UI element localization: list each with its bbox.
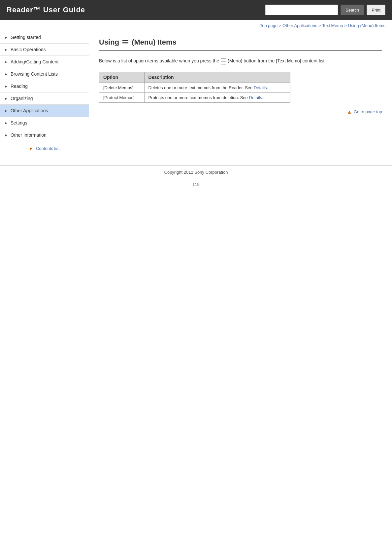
arrow-icon: ► xyxy=(5,72,8,76)
arrow-icon: ► xyxy=(5,121,8,125)
details-link-protect[interactable]: Details xyxy=(249,95,262,100)
sidebar-item-settings[interactable]: ► Settings xyxy=(0,117,89,129)
sidebar-item-label: Other Applications xyxy=(11,108,48,113)
table-cell-option: [Protect Memos] xyxy=(99,93,145,103)
sidebar-item-label: Organizing xyxy=(11,96,33,101)
print-button[interactable]: Print xyxy=(367,5,385,15)
arrow-icon: ► xyxy=(5,48,8,52)
arrow-icon: ► xyxy=(5,85,8,88)
search-button[interactable]: Search xyxy=(341,5,364,15)
table-row: [Protect Memos] Protects one or more tex… xyxy=(99,93,290,103)
sidebar-item-getting-started[interactable]: ► Getting started xyxy=(0,31,89,44)
arrow-right-icon: ► xyxy=(29,146,33,151)
arrow-icon: ► xyxy=(5,109,8,113)
sidebar-item-basic-operations[interactable]: ► Basic Operations xyxy=(0,44,89,56)
contents-list-label: Contents list xyxy=(36,146,60,151)
sidebar-item-other-applications[interactable]: ► Other Applications xyxy=(0,105,89,117)
sidebar-item-reading[interactable]: ► Reading xyxy=(0,80,89,92)
breadcrumb-current[interactable]: Using (Menu) Items xyxy=(348,23,385,28)
arrow-icon: ► xyxy=(5,60,8,64)
triangle-up-icon xyxy=(348,111,351,114)
header-controls: Search Print xyxy=(265,5,385,15)
breadcrumb-top-page[interactable]: Top page xyxy=(260,23,278,28)
page-number: 119 xyxy=(0,179,392,190)
intro-text: Below is a list of option items availabl… xyxy=(99,57,382,65)
breadcrumb-separator: > xyxy=(279,23,282,28)
arrow-icon: ► xyxy=(5,36,8,39)
footer: Copyright 2012 Sony Corporation xyxy=(0,165,392,179)
sidebar-item-label: Basic Operations xyxy=(11,47,46,52)
go-to-top-label: Go to page top xyxy=(354,109,382,114)
sidebar-item-adding-getting-content[interactable]: ► Adding/Getting Content xyxy=(0,56,89,68)
sidebar-item-label: Adding/Getting Content xyxy=(11,59,59,64)
sidebar-item-label: Browsing Content Lists xyxy=(11,71,58,77)
sidebar-item-browsing-content-lists[interactable]: ► Browsing Content Lists xyxy=(0,68,89,80)
arrow-icon: ► xyxy=(5,133,8,137)
breadcrumb-separator: > xyxy=(344,23,348,28)
inline-menu-icon xyxy=(221,57,226,65)
table-cell-description: Deletes one or more text memos from the … xyxy=(144,83,290,93)
sidebar-item-organizing[interactable]: ► Organizing xyxy=(0,92,89,105)
sidebar-item-label: Reading xyxy=(11,84,28,89)
sidebar-item-label: Other Information xyxy=(11,132,47,138)
sidebar: ► Getting started ► Basic Operations ► A… xyxy=(0,31,89,162)
table-header-option: Option xyxy=(99,72,145,83)
go-to-top-link[interactable]: Go to page top xyxy=(348,109,382,114)
arrow-icon: ► xyxy=(5,97,8,100)
content-area: Using (Menu) Items Below is a list of op… xyxy=(89,31,392,131)
breadcrumb-other-applications[interactable]: Other Applications xyxy=(282,23,317,28)
breadcrumb-text-memo[interactable]: Text Memo xyxy=(322,23,343,28)
sidebar-item-label: Getting started xyxy=(11,35,41,40)
options-table: Option Description [Delete Memos] Delete… xyxy=(99,72,290,103)
table-cell-description: Protects one or more text memos from del… xyxy=(144,93,290,103)
contents-list-anchor[interactable]: ► Contents list xyxy=(29,146,59,151)
sidebar-item-label: Settings xyxy=(11,120,27,125)
table-cell-option: [Delete Memos] xyxy=(99,83,145,93)
page-heading: Using (Menu) Items xyxy=(99,38,382,51)
details-link-delete[interactable]: Details xyxy=(254,85,267,90)
header: Reader™ User Guide Search Print xyxy=(0,0,392,20)
heading-text: Using xyxy=(99,38,119,47)
sidebar-item-other-information[interactable]: ► Other Information xyxy=(0,129,89,141)
breadcrumb-separator: > xyxy=(318,23,322,28)
go-to-top[interactable]: Go to page top xyxy=(99,109,382,114)
menu-icon xyxy=(122,40,128,44)
main-layout: ► Getting started ► Basic Operations ► A… xyxy=(0,31,392,162)
table-header-description: Description xyxy=(144,72,290,83)
heading-suffix: (Menu) Items xyxy=(132,38,177,47)
breadcrumb: Top page > Other Applications > Text Mem… xyxy=(0,20,392,31)
app-title: Reader™ User Guide xyxy=(7,6,85,14)
copyright-text: Copyright 2012 Sony Corporation xyxy=(164,170,228,175)
table-row: [Delete Memos] Deletes one or more text … xyxy=(99,83,290,93)
contents-list-link[interactable]: ► Contents list xyxy=(0,141,89,156)
search-input[interactable] xyxy=(265,5,338,15)
